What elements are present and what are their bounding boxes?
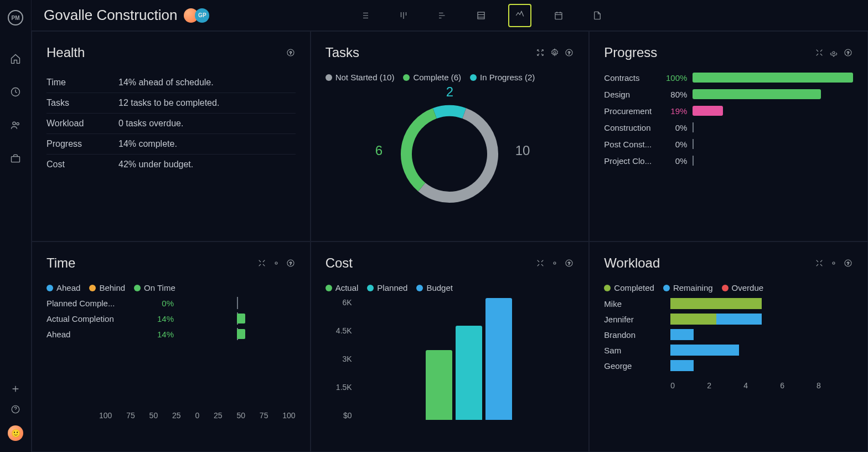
legend-label: Completed — [614, 283, 654, 292]
legend-dot — [367, 285, 374, 291]
progress-row: Contracts 100% — [604, 73, 853, 83]
progress-bar — [693, 73, 853, 83]
legend-item: Overdue — [722, 283, 764, 292]
help-icon[interactable]: ? — [843, 48, 853, 58]
progress-row: Design 80% — [604, 89, 853, 99]
home-icon[interactable] — [9, 52, 22, 65]
view-calendar-icon[interactable] — [547, 4, 570, 27]
health-value: 42% under budget. — [118, 160, 193, 170]
workload-row: George — [604, 360, 853, 371]
tasks-donut-chart: 2 6 10 — [326, 88, 575, 220]
axis-tick: $0 — [326, 411, 352, 420]
svg-point-2 — [17, 122, 19, 125]
svg-text:?: ? — [289, 261, 292, 266]
svg-point-18 — [554, 262, 556, 264]
svg-point-21 — [833, 262, 835, 264]
expand-icon[interactable] — [535, 48, 545, 58]
gear-icon[interactable] — [829, 48, 839, 58]
axis-tick: 100 — [282, 411, 295, 420]
expand-icon[interactable] — [814, 48, 824, 58]
axis-tick: 2 — [707, 381, 743, 390]
axis-tick: 25 — [172, 411, 181, 420]
time-row-pct: 14% — [141, 330, 174, 339]
progress-bar — [693, 89, 853, 99]
health-value: 12 tasks to be completed. — [118, 98, 219, 108]
clock-icon[interactable] — [9, 85, 22, 99]
help-icon[interactable]: ? — [286, 48, 296, 58]
progress-bar — [693, 139, 853, 149]
plus-icon[interactable] — [11, 384, 20, 393]
axis-tick: 75 — [126, 411, 135, 420]
user-avatar[interactable]: 🙂 — [8, 425, 23, 441]
svg-point-15 — [275, 262, 277, 264]
legend-label: Remaining — [673, 283, 713, 292]
expand-icon[interactable] — [814, 258, 824, 268]
svg-point-9 — [554, 52, 556, 54]
svg-point-12 — [833, 52, 835, 54]
time-bar — [178, 298, 296, 308]
view-dashboard-icon[interactable] — [508, 4, 531, 27]
workload-segment — [670, 298, 762, 309]
gear-icon[interactable] — [550, 258, 560, 268]
progress-name: Post Const... — [604, 140, 659, 149]
svg-text:?: ? — [568, 50, 571, 55]
help-icon[interactable]: ? — [286, 258, 296, 268]
health-label: Workload — [46, 119, 118, 129]
view-sheet-icon[interactable] — [469, 4, 493, 27]
axis-tick: 50 — [236, 411, 245, 420]
help-icon[interactable] — [11, 404, 20, 414]
health-row: Tasks12 tasks to be completed. — [46, 93, 296, 114]
health-label: Tasks — [46, 98, 118, 108]
health-row: Cost42% under budget. — [46, 155, 296, 174]
cost-bar-chart: 6K4.5K3K1.5K$0 — [326, 298, 575, 431]
view-gantt-icon[interactable] — [431, 4, 454, 27]
view-list-icon[interactable] — [353, 4, 376, 27]
briefcase-icon[interactable] — [9, 152, 22, 165]
svg-text:?: ? — [568, 261, 571, 266]
legend-dot — [470, 74, 477, 81]
svg-text:?: ? — [847, 50, 850, 55]
help-icon[interactable]: ? — [843, 258, 853, 268]
card-title: Time — [46, 255, 75, 271]
gear-icon[interactable] — [550, 48, 560, 58]
legend-dot — [134, 285, 141, 291]
time-row-pct: 14% — [141, 314, 174, 323]
health-label: Progress — [46, 139, 118, 149]
project-members[interactable]: GP — [187, 8, 209, 23]
cost-card: Cost ? ActualPlannedBudget 6K4.5K3K1.5K$… — [311, 242, 590, 452]
help-icon[interactable]: ? — [564, 258, 574, 268]
expand-icon[interactable] — [535, 258, 545, 268]
view-file-icon[interactable] — [586, 4, 609, 27]
legend-label: Actual — [335, 283, 359, 292]
axis-tick: 1.5K — [326, 383, 352, 392]
progress-row: Project Clo... 0% — [604, 156, 853, 166]
legend-label: Planned — [377, 283, 407, 292]
gear-icon[interactable] — [829, 258, 839, 268]
axis-tick: 6K — [326, 298, 352, 307]
workload-bar — [670, 329, 853, 340]
svg-rect-3 — [12, 157, 20, 162]
expand-icon[interactable] — [257, 258, 267, 268]
legend-dot — [89, 285, 96, 291]
progress-pct: 0% — [659, 140, 687, 149]
progress-pct: 19% — [659, 106, 687, 116]
legend-item: Ahead — [46, 283, 80, 292]
legend-item: Not Started (10) — [326, 73, 395, 82]
progress-name: Construction — [604, 123, 659, 132]
gear-icon[interactable] — [271, 258, 281, 268]
team-icon[interactable] — [9, 119, 22, 132]
card-title: Workload — [604, 255, 660, 271]
workload-segment — [670, 360, 693, 371]
cost-bar — [456, 326, 482, 420]
health-row: Progress14% complete. — [46, 134, 296, 155]
legend-label: On Time — [144, 283, 175, 292]
svg-rect-5 — [478, 12, 484, 19]
view-board-icon[interactable] — [392, 4, 415, 27]
app-logo[interactable]: PM — [8, 10, 23, 25]
axis-tick: 4 — [743, 381, 780, 390]
legend-label: Behind — [99, 283, 125, 292]
member-avatar[interactable]: GP — [195, 8, 209, 23]
time-bar — [178, 314, 296, 323]
help-icon[interactable]: ? — [564, 48, 574, 58]
cost-bar — [426, 350, 452, 420]
